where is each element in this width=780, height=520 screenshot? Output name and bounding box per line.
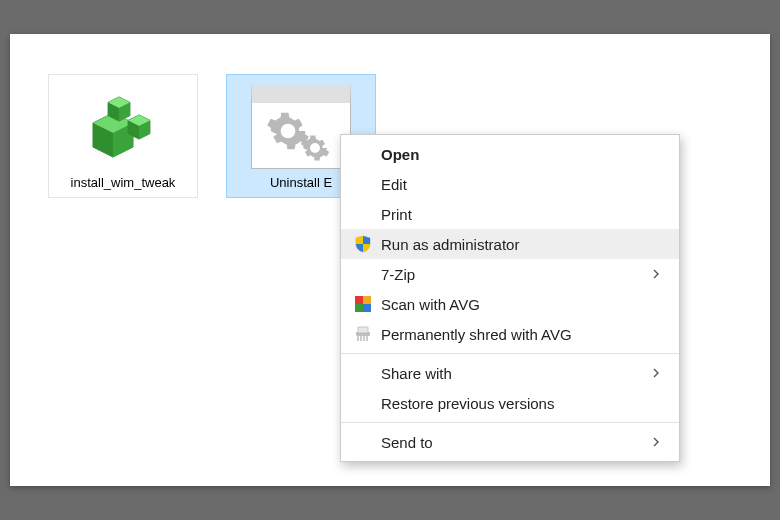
menu-label: Share with	[375, 365, 651, 382]
chevron-right-icon	[651, 435, 665, 450]
svg-rect-12	[355, 296, 363, 304]
svg-rect-17	[358, 327, 368, 333]
menu-item-send-to[interactable]: Send to	[341, 427, 679, 457]
menu-item-print[interactable]: Print	[341, 199, 679, 229]
menu-label: Permanently shred with AVG	[375, 326, 665, 343]
menu-label: Print	[375, 206, 665, 223]
svg-rect-13	[363, 296, 371, 304]
menu-separator	[341, 353, 679, 354]
menu-item-scan-avg[interactable]: Scan with AVG	[341, 289, 679, 319]
menu-label: 7-Zip	[375, 266, 651, 283]
svg-rect-15	[363, 304, 371, 312]
menu-label: Send to	[375, 434, 651, 451]
batch-file-icon	[251, 85, 351, 169]
menu-separator	[341, 422, 679, 423]
file-item-install-wim-tweak[interactable]: install_wim_tweak	[48, 74, 198, 198]
menu-item-share-with[interactable]: Share with	[341, 358, 679, 388]
folder-view[interactable]: install_wim_tweak Uninstall E Open	[10, 34, 770, 486]
registry-icon	[73, 85, 173, 169]
uac-shield-icon	[351, 235, 375, 253]
svg-rect-14	[355, 304, 363, 312]
file-label: install_wim_tweak	[51, 175, 195, 191]
menu-item-open[interactable]: Open	[341, 139, 679, 169]
menu-label: Open	[375, 146, 665, 163]
shredder-icon	[351, 326, 375, 342]
explorer-window: install_wim_tweak Uninstall E Open	[10, 34, 770, 486]
menu-item-shred-avg[interactable]: Permanently shred with AVG	[341, 319, 679, 349]
menu-label: Edit	[375, 176, 665, 193]
menu-label: Restore previous versions	[375, 395, 665, 412]
menu-label: Run as administrator	[375, 236, 665, 253]
chevron-right-icon	[651, 366, 665, 381]
menu-item-7zip[interactable]: 7-Zip	[341, 259, 679, 289]
menu-label: Scan with AVG	[375, 296, 665, 313]
menu-item-restore-previous-versions[interactable]: Restore previous versions	[341, 388, 679, 418]
menu-item-run-as-administrator[interactable]: Run as administrator	[341, 229, 679, 259]
chevron-right-icon	[651, 267, 665, 282]
avg-icon	[351, 296, 375, 312]
menu-item-edit[interactable]: Edit	[341, 169, 679, 199]
context-menu: Open Edit Print	[340, 134, 680, 462]
